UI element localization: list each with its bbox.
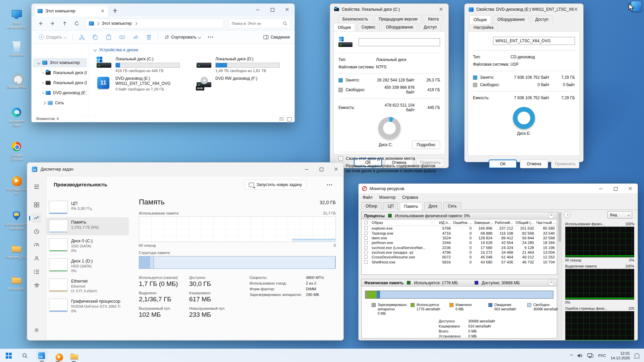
processes-icon[interactable] [32,200,41,209]
physical-memory-header-bar[interactable]: Физическая память Используется: 1776 МБ … [362,279,557,287]
performance-list-item[interactable]: Графический процессор NVIDIA GeForce GTX… [46,296,129,316]
desktop-icon[interactable]: Activators [5,274,28,291]
details-button[interactable]: Подробно [412,140,440,149]
language-indicator[interactable]: РУС [598,354,606,358]
column-header[interactable]: ИД п... [432,221,453,225]
index-checkbox-row[interactable]: Разрешить индексировать содержимое файло… [334,162,445,175]
drive-item[interactable]: 11 DVD-дисковод (E:) WIN11_ENT_LTSC_X64_… [94,75,191,94]
rm-tab[interactable]: Память [400,202,423,210]
taskbar-explorer-button[interactable] [68,350,79,361]
performance-list-item[interactable]: Ethernet Ethernet О: 0 П: 0 кбит/с [46,276,129,296]
sidebar-item[interactable]: Этот компьютер [33,58,87,67]
process-row[interactable]: ShellHost.exe 5816 0 43 680 57 436 46 73… [362,260,557,264]
dialog-close-button[interactable] [434,4,448,15]
collapse-chevron-button[interactable] [548,280,554,286]
tm-more-options-icon[interactable] [327,182,335,188]
ok-button[interactable]: ОК [489,160,517,168]
dialog-tab[interactable]: Общие [469,15,491,24]
rm-tab[interactable]: Диск [424,202,442,210]
checkbox[interactable] [364,227,368,230]
expand-panel-button[interactable] [564,211,571,218]
apply-button[interactable]: Применить [551,160,579,168]
hamburger-menu-icon[interactable] [32,182,41,191]
process-row[interactable]: dwm.exe 1624 0 128 824 89 412 56 844 32 … [362,236,557,240]
tree-chevron-icon[interactable] [42,72,44,74]
dialog-tab[interactable]: Квота [424,15,443,23]
startup-apps-icon[interactable] [32,240,41,250]
dialog-tab[interactable]: Безопасность [338,15,373,23]
column-header-image[interactable]: Образ [362,221,432,225]
rm-minimize-button[interactable] [593,184,608,194]
desktop-icon[interactable]: Безопасность Windows [5,210,28,230]
cancel-button[interactable]: Отмена [520,160,548,168]
run-new-task-button[interactable]: Запустить новую задачу [245,180,306,190]
process-row[interactable]: explorer.exe 5768 0 166 896 237 212 151 … [362,226,557,231]
sidebar-item[interactable]: DVD-дисковод (E:) [33,88,87,98]
checkbox[interactable] [364,246,368,249]
checkbox[interactable] [364,232,368,235]
volume-label-input[interactable]: WIN11_ENT_LTSC_X64_OVG [493,37,575,45]
up-icon[interactable] [60,19,69,28]
sidebar-item[interactable]: Локальный диск (C:) [33,68,87,77]
users-icon[interactable] [32,254,41,263]
new-tab-button[interactable] [112,8,118,14]
desktop-icon[interactable]: Google Chrome [5,141,28,161]
explorer-minimize-button[interactable] [250,4,265,16]
speaker-icon[interactable] [577,353,583,358]
taskbar-potplayer-button[interactable] [52,350,63,361]
rm-close-button[interactable] [623,184,638,194]
menu-item[interactable]: Монитор [379,195,396,200]
devices-section-header[interactable]: Устройства и диски [94,47,138,52]
desktop-icon[interactable]: Корзина [5,40,28,57]
tab-close-icon[interactable] [100,8,105,14]
dialog-tab[interactable]: Доступ [419,23,441,31]
dialog-tab[interactable]: Общие [333,23,355,32]
process-row[interactable]: perfmon.exe 2344 0 19 628 42 564 24 280 … [362,240,557,245]
search-input[interactable]: Поиск в: Этот ко [229,18,290,28]
refresh-icon[interactable] [72,19,81,28]
checkbox[interactable] [364,251,368,254]
processes-header-bar[interactable]: Процессы Использование физической памяти… [362,212,557,220]
column-header[interactable]: Частный ... [536,221,557,225]
compress-checkbox[interactable] [338,156,343,161]
tm-maximize-button[interactable] [314,163,329,176]
checkbox[interactable] [364,255,368,259]
settings-gear-icon[interactable] [32,325,41,335]
dialog-close-button[interactable] [569,4,583,15]
start-button[interactable] [3,350,14,361]
taskbar-search-button[interactable] [19,350,30,361]
dialog-tab[interactable]: Оборудование [381,23,418,31]
desktop-icon[interactable]: Этот компьютер [5,9,28,29]
breadcrumb-item[interactable]: Этот компьютер [102,21,132,26]
desktop-icon[interactable]: PotPlayer 64 bit [5,175,28,195]
breadcrumb[interactable]: Этот компьютер [85,18,224,28]
checkbox[interactable] [364,236,368,240]
taskbar-task-manager-button[interactable] [36,350,47,361]
performance-list-item[interactable]: Диск 1 (D:) HDD (SATA) 0% [46,256,129,276]
tree-chevron-icon[interactable] [43,101,46,105]
compress-checkbox-row[interactable]: Сжать этот диск для экономии места [334,155,445,162]
taskbar-clock[interactable]: 12:01 14.12.2025 [610,351,630,360]
tm-close-button[interactable] [329,163,343,176]
drive-item[interactable]: DVD DVD RW дисковод (F:) [194,75,291,94]
desktop-icon[interactable]: Patches_FIX [5,243,28,259]
explorer-close-button[interactable] [280,4,294,16]
services-icon[interactable] [32,281,41,290]
dialog-tab[interactable]: Оборудование [493,15,529,23]
volume-label-input[interactable] [359,38,440,46]
delete-icon[interactable] [143,32,155,42]
rm-tab[interactable]: Сеть [443,202,461,210]
process-row[interactable]: svchost.exe (LocalServiceNet... 2236 0 1… [362,245,557,250]
sidebar-item[interactable]: Локальный диск (D:) [33,78,87,87]
drive-item[interactable]: Локальный диск (C:) 419 ГБ свободно из 4… [94,55,191,75]
app-history-icon[interactable] [32,227,41,236]
more-options-icon[interactable] [205,32,217,42]
column-header[interactable]: Заверше... [474,221,494,225]
rm-maximize-button[interactable] [608,184,623,194]
scrollbar-thumb[interactable] [558,213,561,242]
checkbox[interactable] [364,221,368,224]
menu-item[interactable]: Файл [363,195,373,200]
vertical-scrollbar[interactable] [558,212,562,339]
notifications-bell-icon[interactable] [635,353,639,358]
new-button[interactable]: Создать [36,33,69,42]
